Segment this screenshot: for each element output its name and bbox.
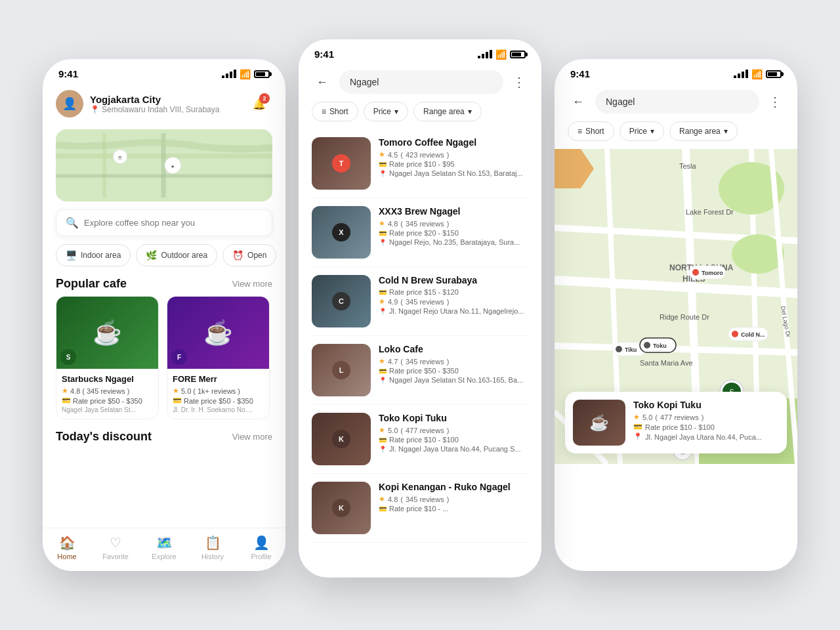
- selected-cafe-name: Toko Kopi Tuku: [633, 400, 762, 410]
- bottom-navigation: 🏠 Home ♡ Favorite 🗺️ Explore 📋 History 👤…: [43, 528, 285, 571]
- status-icons-right: 📶: [734, 69, 782, 79]
- popular-title: Popular cafe: [56, 277, 127, 291]
- list-item-loko[interactable]: L Loko Cafe ★4.7(345 reviews) 💳Rate pric…: [312, 336, 528, 405]
- map-svg: ★ ☕: [56, 129, 272, 201]
- svg-rect-4: [56, 174, 272, 177]
- list-item-toko[interactable]: K Toko Kopi Tuku ★5.0(477 reviews) 💳Rate…: [312, 405, 528, 474]
- time-right: 9:41: [570, 68, 590, 79]
- selected-cafe-details: Toko Kopi Tuku ★ 5.0 (477 reviews) 💳 Rat…: [633, 400, 762, 446]
- cafe-name-starbucks: Starbucks Ngagel: [62, 374, 153, 384]
- battery-icon-center: [510, 51, 526, 58]
- back-button-center[interactable]: ←: [312, 72, 333, 93]
- svg-text:Ridge Route Dr: Ridge Route Dr: [660, 313, 709, 321]
- cafe-card-starbucks[interactable]: ☕ S Starbucks Ngagel ★ 4.8 (345 reviews)…: [56, 296, 159, 419]
- favorite-icon: ♡: [110, 535, 121, 551]
- cafe-img-toko: K: [312, 413, 371, 465]
- svg-point-36: [616, 346, 622, 352]
- indoor-icon: 🖥️: [66, 250, 77, 261]
- right-header: ← ⋮: [555, 83, 797, 121]
- more-options-center[interactable]: ⋮: [510, 72, 528, 93]
- left-phone: 9:41 📶 👤 Yogjakarta City 📍 Semolawar: [43, 59, 285, 571]
- filter-short-right[interactable]: ≡ Short: [568, 121, 614, 141]
- filter-range-center[interactable]: Range area ▾: [413, 102, 482, 121]
- discount-section-header: Today's discount View more: [43, 419, 285, 449]
- view-more-discount[interactable]: View more: [232, 432, 272, 442]
- filter-range-right[interactable]: Range area ▾: [669, 121, 738, 141]
- selected-cafe-card[interactable]: ☕ Toko Kopi Tuku ★ 5.0 (477 reviews) 💳 R…: [565, 392, 787, 453]
- filter-row-right: ≡ Short Price ▾ Range area ▾: [555, 121, 797, 149]
- cafe-card-fore[interactable]: ☕ F FORE Merr ★ 5.0 (1k+ reviews) 💳Rate …: [167, 296, 270, 419]
- profile-icon: 👤: [253, 535, 270, 551]
- cafe-name-fore: FORE Merr: [173, 374, 264, 384]
- wifi-icon-center: 📶: [495, 49, 507, 60]
- nav-profile[interactable]: 👤 Profile: [237, 535, 285, 560]
- cafe-rating-fore: ★ 5.0 (1k+ reviews): [173, 387, 264, 395]
- city-label: Yogjakarta City: [90, 94, 219, 105]
- search-bar[interactable]: 🔍: [56, 209, 272, 236]
- chip-outdoor[interactable]: 🌿 Outdoor area: [136, 244, 217, 266]
- list-item-xxx3[interactable]: X XXX3 Brew Ngagel ★4.8(345 reviews) 💳Ra…: [312, 198, 528, 267]
- more-options-right[interactable]: ⋮: [766, 91, 784, 112]
- filter-short-center[interactable]: ≡ Short: [312, 102, 358, 121]
- list-item-tomoro[interactable]: T Tomoro Coffee Ngagel ★4.5(423 reviews)…: [312, 129, 528, 198]
- map-preview[interactable]: ★ ☕: [56, 129, 272, 201]
- back-button-right[interactable]: ←: [568, 91, 589, 112]
- status-bar-left: 9:41 📶: [43, 59, 285, 83]
- list-item-kopi[interactable]: K Kopi Kenangan - Ruko Ngagel ★4.8(345 r…: [312, 474, 528, 543]
- outdoor-icon: 🌿: [146, 250, 157, 261]
- cafe-img-xxx3: X: [312, 206, 371, 259]
- chip-indoor[interactable]: 🖥️ Indoor area: [56, 244, 131, 266]
- list-item-coldnbrew[interactable]: C Cold N Brew Surabaya 💳Rate price $15 -…: [312, 267, 528, 336]
- search-icon: 🔍: [66, 217, 79, 229]
- discount-title: Today's discount: [56, 430, 152, 444]
- signal-icon-center: [478, 50, 492, 58]
- status-bar-right: 9:41 📶: [555, 59, 797, 83]
- svg-text:☕: ☕: [117, 155, 123, 160]
- center-phone: 9:41 📶 ← ⋮ ≡ Short Price ▾: [299, 39, 541, 578]
- cafe-img-loko: L: [312, 344, 371, 396]
- filter-price-right[interactable]: Price ▾: [620, 121, 664, 141]
- cafe-rating-starbucks: ★ 4.8 (345 reviews): [62, 387, 153, 395]
- search-field-center[interactable]: [339, 70, 503, 94]
- nav-explore[interactable]: 🗺️ Explore: [140, 535, 188, 560]
- svg-point-33: [692, 269, 699, 276]
- chip-open[interactable]: ⏰ Open: [222, 244, 276, 266]
- time-left: 9:41: [58, 68, 78, 79]
- filter-price-center[interactable]: Price ▾: [364, 102, 408, 121]
- filter-row-center: ≡ Short Price ▾ Range area ▾: [299, 102, 541, 129]
- cafe-price-fore: 💳Rate price $50 - $350: [173, 396, 264, 405]
- svg-point-42: [644, 342, 650, 348]
- cafe-price-starbucks: 💳Rate price $50 - $350: [62, 396, 153, 405]
- view-more-popular[interactable]: View more: [232, 279, 272, 289]
- cafe-details-tomoro: Tomoro Coffee Ngagel ★4.5(423 reviews) 💳…: [379, 137, 528, 190]
- history-icon: 📋: [205, 535, 221, 551]
- nav-favorite[interactable]: ♡ Favorite: [91, 535, 140, 560]
- svg-text:Toku: Toku: [653, 343, 667, 349]
- status-bar-center: 9:41 📶: [299, 39, 541, 64]
- svg-text:Tesla: Tesla: [679, 162, 697, 170]
- wifi-icon: 📶: [240, 69, 251, 79]
- signal-icon-right: [734, 70, 748, 78]
- search-field-right[interactable]: [595, 90, 759, 114]
- cafe-img-kopi: K: [312, 482, 371, 534]
- cafe-list-center: T Tomoro Coffee Ngagel ★4.5(423 reviews)…: [299, 129, 541, 543]
- popular-section-header: Popular cafe View more: [43, 266, 285, 296]
- signal-icon: [222, 70, 236, 78]
- svg-text:Tiku: Tiku: [625, 346, 637, 353]
- avatar: 👤: [56, 90, 83, 117]
- home-icon: 🏠: [59, 535, 75, 551]
- svg-text:Santa Maria Ave: Santa Maria Ave: [640, 359, 693, 367]
- svg-text:Tomoro: Tomoro: [702, 270, 723, 276]
- center-header: ← ⋮: [299, 64, 541, 102]
- search-input[interactable]: [84, 218, 262, 228]
- nav-history[interactable]: 📋 History: [188, 535, 237, 560]
- svg-text:Cold N...: Cold N...: [741, 331, 765, 338]
- notification-button[interactable]: 🔔 2: [246, 91, 272, 117]
- map-full[interactable]: Tesla Lake Forest Dr Ridge Route Dr Sant…: [555, 149, 797, 464]
- popular-cafe-scroll: ☕ S Starbucks Ngagel ★ 4.8 (345 reviews)…: [43, 296, 285, 419]
- left-header: 👤 Yogjakarta City 📍 Semolawaru Indah VII…: [43, 83, 285, 129]
- selected-cafe-img: ☕: [573, 400, 625, 446]
- cafe-img-tomoro: T: [312, 137, 371, 190]
- battery-icon: [254, 70, 270, 78]
- nav-home[interactable]: 🏠 Home: [43, 535, 91, 560]
